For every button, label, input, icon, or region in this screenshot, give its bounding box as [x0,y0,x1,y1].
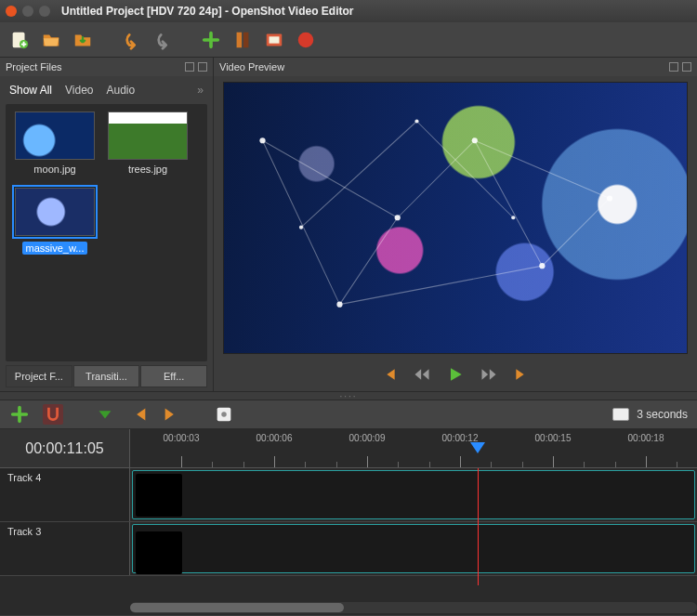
tab-transitions[interactable]: Transiti... [73,365,140,387]
export-video-icon[interactable] [296,30,316,50]
svg-point-23 [414,119,418,123]
timeline-clip[interactable] [136,531,182,574]
ruler[interactable]: 00:00:0300:00:0600:00:0900:00:1200:00:15… [130,429,697,467]
track-name: Track 3 [7,526,41,537]
window-minimize-button[interactable] [22,6,33,17]
snap-icon[interactable] [43,404,63,425]
scrollbar-thumb[interactable] [130,603,344,612]
file-label: moon.jpg [30,163,79,176]
playhead-line [478,468,479,585]
zoom-label: 3 seconds [637,408,688,421]
play-button[interactable] [446,365,465,384]
svg-point-17 [259,138,265,143]
project-files-header: Project Files [0,58,213,76]
tracks-area: Track 4 Track 3 [0,468,697,600]
new-project-icon[interactable] [9,30,30,50]
track-row[interactable]: Track 3 [0,522,697,576]
svg-line-16 [417,122,514,218]
svg-line-15 [301,122,417,228]
keyboard-icon[interactable] [612,408,629,421]
ruler-label: 00:00:03 [164,433,200,443]
ruler-label: 00:00:15 [535,433,572,443]
playhead-marker[interactable] [470,442,485,453]
undo-icon[interactable] [121,30,141,50]
rewind-button[interactable] [413,365,431,384]
svg-line-14 [542,199,610,267]
svg-line-10 [475,140,543,266]
svg-rect-2 [237,32,243,47]
add-track-icon[interactable] [9,404,30,425]
svg-point-20 [336,302,342,308]
import-files-icon[interactable] [201,30,221,50]
window-maximize-button[interactable] [39,6,50,17]
svg-point-18 [395,215,401,220]
track-row[interactable]: Track 4 [0,468,697,522]
svg-point-24 [511,216,515,219]
fast-forward-button[interactable] [480,365,498,384]
preview-title: Video Preview [219,61,284,72]
titlebar: Untitled Project [HDV 720 24p] - OpenSho… [0,0,697,22]
ruler-label: 00:00:06 [256,433,293,443]
svg-line-11 [340,266,543,305]
file-label: massive_w... [22,242,88,255]
playhead-time: 00:00:11:05 [0,429,130,467]
fullscreen-icon[interactable] [264,30,284,50]
file-thumbnail [15,188,95,236]
window-title: Untitled Project [HDV 720 24p] - OpenSho… [61,5,353,18]
file-label: trees.jpg [125,163,171,176]
svg-line-12 [263,140,340,304]
timeline-clip[interactable] [136,474,182,517]
svg-line-13 [475,140,610,198]
svg-line-9 [340,217,398,304]
filter-audio[interactable]: Audio [107,84,136,97]
prev-marker-icon[interactable] [128,404,149,425]
files-grid: moon.jpg trees.jpg massive_w... [6,104,207,361]
center-playhead-icon[interactable] [214,404,234,425]
preview-overlay [224,83,687,353]
filter-more-icon[interactable]: » [197,84,204,97]
svg-point-22 [607,195,612,201]
project-files-panel: Project Files Show All Video Audio » moo… [0,58,214,391]
scrollbar-track[interactable] [130,602,697,613]
tab-project-files[interactable]: Project F... [6,365,72,387]
preview-panel: Video Preview [214,58,697,391]
jump-start-button[interactable] [379,365,398,384]
track-name: Track 4 [7,472,41,483]
redo-icon[interactable] [152,30,173,50]
ruler-label: 00:00:18 [628,433,664,443]
svg-point-21 [539,263,545,269]
filter-show-all[interactable]: Show All [9,84,52,97]
video-preview[interactable] [223,82,688,354]
svg-point-6 [298,32,314,47]
file-filter-tabs: Show All Video Audio » [0,76,213,104]
next-marker-icon[interactable] [162,404,182,425]
svg-point-27 [221,412,227,417]
tab-effects[interactable]: Eff... [140,365,207,387]
open-project-icon[interactable] [41,30,61,50]
left-panel-tabs: Project F... Transiti... Eff... [0,365,213,391]
dock-controls[interactable] [185,62,207,72]
window-close-button[interactable] [6,6,17,17]
file-item-selected[interactable]: massive_w... [13,185,97,255]
marker-dropdown-icon[interactable] [95,404,115,425]
file-thumbnail [15,111,95,160]
timeline-scrollbar [0,600,697,615]
save-project-icon[interactable] [72,30,93,50]
project-files-title: Project Files [6,61,62,72]
main-toolbar [0,22,697,58]
dock-controls[interactable] [669,62,691,72]
ruler-label: 00:00:09 [349,433,386,443]
svg-rect-5 [270,36,280,43]
jump-end-button[interactable] [513,365,532,384]
svg-line-8 [398,140,475,217]
timeline-toolbar: 3 seconds [0,400,697,429]
file-item[interactable]: moon.jpg [13,111,97,176]
filter-video[interactable]: Video [65,84,93,97]
svg-point-19 [472,138,478,143]
file-item[interactable]: trees.jpg [106,111,190,176]
preview-header: Video Preview [214,58,697,76]
choose-profile-icon[interactable] [232,30,253,50]
panel-splitter[interactable]: ···· [0,392,697,400]
svg-rect-3 [243,32,249,47]
svg-point-25 [299,226,303,229]
